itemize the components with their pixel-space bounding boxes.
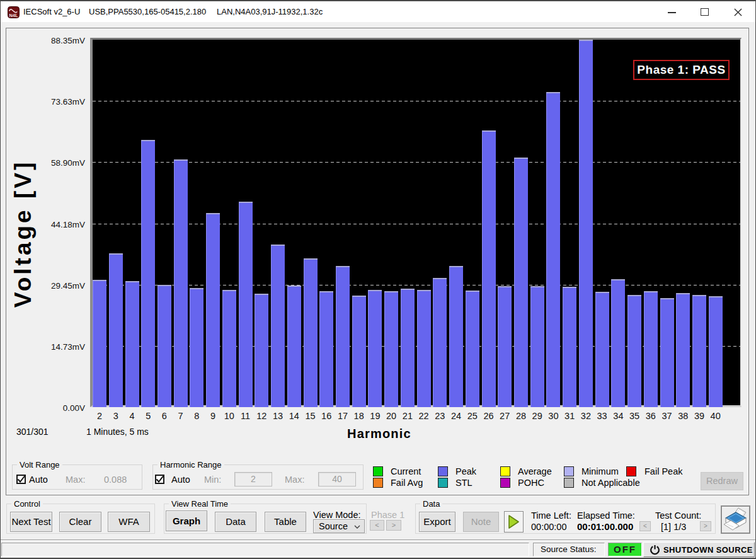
svg-text:N4L: N4L [9, 13, 18, 18]
